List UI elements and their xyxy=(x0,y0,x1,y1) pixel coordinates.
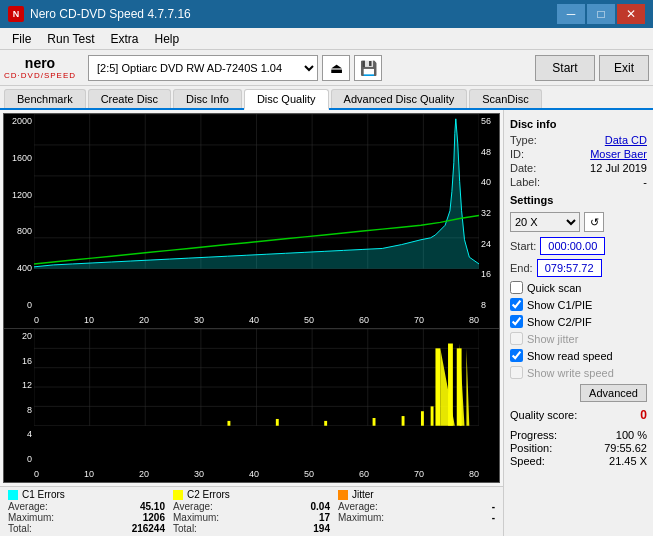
svg-rect-33 xyxy=(448,344,453,426)
menubar: File Run Test Extra Help xyxy=(0,28,653,50)
eject-button[interactable]: ⏏ xyxy=(322,55,350,81)
progress-section: Progress: 100 % Position: 79:55.62 Speed… xyxy=(510,428,647,468)
tab-disc-info[interactable]: Disc Info xyxy=(173,89,242,108)
c1-errors-col: C1 Errors Average: 45.10 Maximum: 1206 T… xyxy=(4,489,169,534)
lower-chart-svg xyxy=(34,329,479,426)
window-title: Nero CD-DVD Speed 4.7.7.16 xyxy=(30,7,557,21)
window-controls: ─ □ ✕ xyxy=(557,4,645,24)
svg-rect-32 xyxy=(435,348,440,425)
menu-file[interactable]: File xyxy=(4,30,39,48)
x-label-60-lower: 60 xyxy=(359,469,369,479)
show-jitter-checkbox[interactable] xyxy=(510,332,523,345)
start-input[interactable] xyxy=(540,237,605,255)
close-button[interactable]: ✕ xyxy=(617,4,645,24)
c2-max-value: 17 xyxy=(319,512,330,523)
save-button[interactable]: 💾 xyxy=(354,55,382,81)
x-label-70-lower: 70 xyxy=(414,469,424,479)
x-label-80-lower: 80 xyxy=(469,469,479,479)
end-label: End: xyxy=(510,262,533,274)
tab-advanced-disc-quality[interactable]: Advanced Disc Quality xyxy=(331,89,468,108)
c1-avg-label: Average: xyxy=(8,501,48,512)
c2-max-label: Maximum: xyxy=(173,512,219,523)
show-c1pie-label: Show C1/PIE xyxy=(527,299,592,311)
quick-scan-checkbox[interactable] xyxy=(510,281,523,294)
svg-rect-36 xyxy=(276,419,279,426)
c1-label: C1 Errors xyxy=(22,489,65,500)
id-label: ID: xyxy=(510,148,524,160)
svg-rect-39 xyxy=(402,416,405,426)
main-content: 2000 1600 1200 800 400 0 56 48 40 32 24 … xyxy=(0,110,653,536)
drive-selector[interactable]: [2:5] Optiarc DVD RW AD-7240S 1.04 xyxy=(88,55,318,81)
quality-row: Quality score: 0 xyxy=(510,408,647,422)
svg-rect-35 xyxy=(227,421,230,426)
x-label-0-upper: 0 xyxy=(34,315,39,325)
menu-help[interactable]: Help xyxy=(147,30,188,48)
c2-label: C2 Errors xyxy=(187,489,230,500)
svg-rect-41 xyxy=(431,406,434,425)
exit-button[interactable]: Exit xyxy=(599,55,649,81)
date-value: 12 Jul 2019 xyxy=(590,162,647,174)
svg-rect-34 xyxy=(457,348,462,425)
c1-color-box xyxy=(8,490,18,500)
y-right-8: 8 xyxy=(479,300,499,310)
date-label: Date: xyxy=(510,162,536,174)
y-right-24: 24 xyxy=(479,239,499,249)
y-right-16: 16 xyxy=(479,269,499,279)
show-c2pif-checkbox[interactable] xyxy=(510,315,523,328)
svg-rect-40 xyxy=(421,411,424,426)
show-jitter-label: Show jitter xyxy=(527,333,578,345)
x-label-60-upper: 60 xyxy=(359,315,369,325)
tab-disc-quality[interactable]: Disc Quality xyxy=(244,89,329,110)
id-value: Moser Baer xyxy=(590,148,647,160)
start-button[interactable]: Start xyxy=(535,55,595,81)
speed-select[interactable]: 20 X xyxy=(510,212,580,232)
y-label-0-upper: 0 xyxy=(4,300,34,310)
show-c2pif-label: Show C2/PIF xyxy=(527,316,592,328)
end-input[interactable] xyxy=(537,259,602,277)
disc-label-value: - xyxy=(643,176,647,188)
speed-row: 20 X ↺ xyxy=(510,212,647,232)
tab-scandisc[interactable]: ScanDisc xyxy=(469,89,541,108)
x-label-50-lower: 50 xyxy=(304,469,314,479)
refresh-button[interactable]: ↺ xyxy=(584,212,604,232)
c1-max-label: Maximum: xyxy=(8,512,54,523)
c2-total-value: 194 xyxy=(313,523,330,534)
y-right-56: 56 xyxy=(479,116,499,126)
maximize-button[interactable]: □ xyxy=(587,4,615,24)
position-value: 79:55.62 xyxy=(604,442,647,454)
tab-bar: Benchmark Create Disc Disc Info Disc Qua… xyxy=(0,86,653,110)
c1-total-label: Total: xyxy=(8,523,32,534)
tab-create-disc[interactable]: Create Disc xyxy=(88,89,171,108)
x-label-40-upper: 40 xyxy=(249,315,259,325)
lower-chart: 20 16 12 8 4 0 xyxy=(4,329,499,482)
y-lower-4: 4 xyxy=(4,429,34,439)
jitter-avg-value: - xyxy=(492,501,495,512)
x-label-30-lower: 30 xyxy=(194,469,204,479)
progress-value: 100 % xyxy=(616,429,647,441)
advanced-button[interactable]: Advanced xyxy=(580,384,647,402)
c2-errors-col: C2 Errors Average: 0.04 Maximum: 17 Tota… xyxy=(169,489,334,534)
type-value: Data CD xyxy=(605,134,647,146)
show-read-speed-checkbox[interactable] xyxy=(510,349,523,362)
menu-run-test[interactable]: Run Test xyxy=(39,30,102,48)
c2-avg-value: 0.04 xyxy=(311,501,330,512)
show-c1pie-checkbox[interactable] xyxy=(510,298,523,311)
stats-bar: C1 Errors Average: 45.10 Maximum: 1206 T… xyxy=(0,486,503,536)
jitter-max-value: - xyxy=(492,512,495,523)
right-panel: Disc info Type: Data CD ID: Moser Baer D… xyxy=(503,110,653,536)
nero-wordmark: nero xyxy=(25,55,55,71)
minimize-button[interactable]: ─ xyxy=(557,4,585,24)
upper-chart: 2000 1600 1200 800 400 0 56 48 40 32 24 … xyxy=(4,114,499,329)
x-label-40-lower: 40 xyxy=(249,469,259,479)
tab-benchmark[interactable]: Benchmark xyxy=(4,89,86,108)
show-write-speed-checkbox[interactable] xyxy=(510,366,523,379)
y-right-48: 48 xyxy=(479,147,499,157)
menu-extra[interactable]: Extra xyxy=(102,30,146,48)
y-label-1200: 1200 xyxy=(4,190,34,200)
jitter-col: Jitter Average: - Maximum: - xyxy=(334,489,499,534)
c2-color-box xyxy=(173,490,183,500)
svg-rect-38 xyxy=(373,418,376,426)
show-write-speed-label: Show write speed xyxy=(527,367,614,379)
disc-label-label: Label: xyxy=(510,176,540,188)
x-label-0-lower: 0 xyxy=(34,469,39,479)
